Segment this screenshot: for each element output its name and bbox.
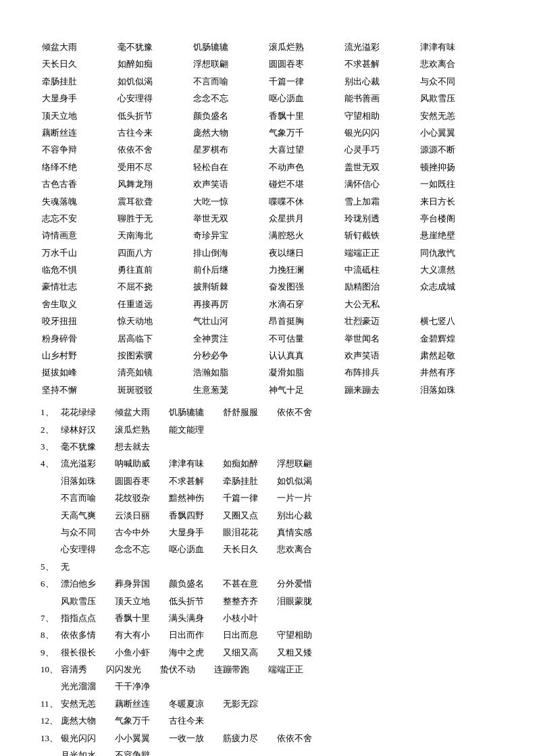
grid-item: 心安理得 <box>116 90 192 106</box>
num-item: 花花绿绿 <box>61 404 96 420</box>
grid-item: 坚持不懈 <box>41 382 116 398</box>
sub-item: 不容争辩 <box>115 747 150 756</box>
sub-item: 泪眼蒙胧 <box>277 593 312 609</box>
num-item: 浮想联翩 <box>277 456 312 471</box>
num-label: 10、 <box>41 662 61 677</box>
num-item: 不甚在意 <box>223 576 258 591</box>
num-simple-row: 2、绿林好汉滚瓜烂熟能文能理 <box>41 422 494 437</box>
num-row-11: 11、安然无恙藕断丝连冬暖夏凉无影无踪 <box>41 696 494 711</box>
grid-item: 轻松自在 <box>192 159 268 175</box>
num-item: 呐喊助威 <box>115 456 150 471</box>
grid-item: 藕断丝连 <box>41 125 116 140</box>
grid-item: 浩瀚如脂 <box>192 364 268 380</box>
grid-item: 喋喋不休 <box>268 194 343 209</box>
num-item: 如痴如醉 <box>223 456 258 471</box>
num-item: 香飘十里 <box>115 610 150 626</box>
num-main-row: 13、银光闪闪小小翼翼一收一放筋疲力尽依依不舍 <box>41 730 494 746</box>
sub-item: 泪落如珠 <box>61 473 96 489</box>
num-item: 能文能理 <box>169 422 204 437</box>
sub-row: 泪落如珠圆圆吞枣不求甚解牵肠挂肚如饥似渴 <box>41 473 494 489</box>
num-item: 筋疲力尽 <box>223 730 258 746</box>
num-row-7: 7、指指点点香飘十里满头满身小枝小叶 <box>41 610 494 626</box>
num-item: 分外爱惜 <box>277 576 312 591</box>
sub-row: 与众不同古今中外大显身手眼泪花花真情实感 <box>41 524 494 540</box>
grid-item: 力挽狂澜 <box>268 262 343 277</box>
num-item: 容清秀 <box>61 662 87 677</box>
num-item: 日出而作 <box>169 627 204 643</box>
num-row-3: 3、毫不犹豫想去就去 <box>41 439 494 454</box>
num-item: 漂泊他乡 <box>61 576 96 591</box>
grid-item: 风欺雪压 <box>419 90 494 106</box>
num-simple-row: 12、庞然大物气象万千古往今来 <box>41 713 494 728</box>
grid-item: 滚瓜烂熟 <box>268 39 343 55</box>
grid-item: 满怀信心 <box>343 176 419 192</box>
num-row-1: 1、花花绿绿倾盆大雨饥肠辘辘舒舒服服依依不舍 <box>41 404 494 420</box>
grid-item: 肃然起敬 <box>419 348 494 363</box>
grid-item: 依依不舍 <box>116 142 192 157</box>
grid-item: 大吃一惊 <box>192 194 268 209</box>
num-item: 有大有小 <box>115 627 150 643</box>
grid-item: 盖世无双 <box>343 159 419 175</box>
grid-item: 念念不忘 <box>192 90 268 106</box>
grid-item: 万水千山 <box>41 245 116 261</box>
grid-item: 临危不惧 <box>41 262 116 277</box>
num-item: 小小翼翼 <box>115 730 150 746</box>
sub-item: 眼泪花花 <box>223 524 258 540</box>
grid-item: 顶天立地 <box>41 108 116 124</box>
grid-item: 按图索骥 <box>116 348 192 363</box>
sub-item: 整整齐齐 <box>223 593 258 609</box>
grid-item: 守望相助 <box>343 108 419 124</box>
sub-item: 风欺雪压 <box>61 593 96 609</box>
grid-item: 井然有序 <box>419 364 494 380</box>
sub-item: 云淡日丽 <box>115 508 150 523</box>
grid-item: 小心翼翼 <box>419 125 494 140</box>
num-item: 古往今来 <box>169 713 204 728</box>
sub-item: 千篇一律 <box>223 490 258 506</box>
num-item: 依依不舍 <box>277 404 312 420</box>
grid-item: 受用不尽 <box>116 159 192 175</box>
grid-item: 凝滑如脂 <box>268 364 343 380</box>
sub-item: 天高气爽 <box>61 508 96 523</box>
sub-row: 光光溜溜干干净净 <box>41 678 494 694</box>
grid-item: 大显身手 <box>41 90 116 106</box>
num-item: 滚瓜烂熟 <box>115 422 150 437</box>
grid-item: 诗情画意 <box>41 227 116 243</box>
sub-item: 心安理得 <box>61 541 96 557</box>
grid-item: 励精图治 <box>343 279 419 294</box>
grid-item: 不容争辩 <box>41 142 116 157</box>
num-item: 无影无踪 <box>223 696 258 711</box>
sub-item: 又圈又点 <box>223 508 258 523</box>
grid-item: 奋发图强 <box>268 279 343 294</box>
grid-item: 星罗棋布 <box>192 142 268 157</box>
sub-item: 念念不忘 <box>115 541 150 557</box>
grid-item: 一如既往 <box>419 176 494 192</box>
sub-item: 大显身手 <box>169 524 204 540</box>
num-row-4: 4、流光溢彩呐喊助威津津有味如痴如醉浮想联翩泪落如珠圆圆吞枣不求甚解牵肠挂肚如饥… <box>41 456 494 557</box>
sub-item: 呕心沥血 <box>169 541 204 557</box>
grid-item: 别出心裁 <box>343 74 419 89</box>
word-grid: 倾盆大雨毫不犹豫饥肠辘辘滚瓜烂熟流光溢彩津津有味天长日久如醉如痴浮想联翩圆圆吞枣… <box>41 39 494 399</box>
num-main-row: 10、容清秀闪闪发光蛰伏不动连蹦带跑端端正正 <box>41 662 494 677</box>
grid-item: 大义凛然 <box>419 262 494 277</box>
sub-item: 不言而喻 <box>61 490 96 506</box>
sub-item: 不求甚解 <box>169 473 204 489</box>
grid-item: 舍生取义 <box>41 296 116 312</box>
grid-item: 生意葱茏 <box>192 382 268 398</box>
grid-item: 山乡村野 <box>41 348 116 363</box>
num-item: 又粗又矮 <box>277 645 312 660</box>
sub-item: 与众不同 <box>61 524 96 540</box>
num-item: 一收一放 <box>169 730 204 746</box>
sub-row: 不言而喻花纹驳杂黯然神伤千篇一律一片一片 <box>41 490 494 506</box>
grid-item: 排山倒海 <box>192 245 268 261</box>
grid-item: 悲欢离合 <box>419 56 494 72</box>
grid-item: 玲珑别透 <box>343 211 419 226</box>
grid-item: 惊天动地 <box>116 313 192 329</box>
num-row-6: 6、漂泊他乡葬身异国颜负盛名不甚在意分外爱惜风欺雪压顶天立地低头折节整整齐齐泪眼… <box>41 576 494 609</box>
num-item: 流光溢彩 <box>61 456 96 471</box>
grid-item: 认认真真 <box>268 348 343 363</box>
grid-item: 中流砥柱 <box>343 262 419 277</box>
grid-item: 不屈不挠 <box>116 279 192 294</box>
grid-item: 呕心沥血 <box>268 90 343 106</box>
num-label: 4、 <box>41 456 61 471</box>
grid-item: 众志成城 <box>419 279 494 294</box>
